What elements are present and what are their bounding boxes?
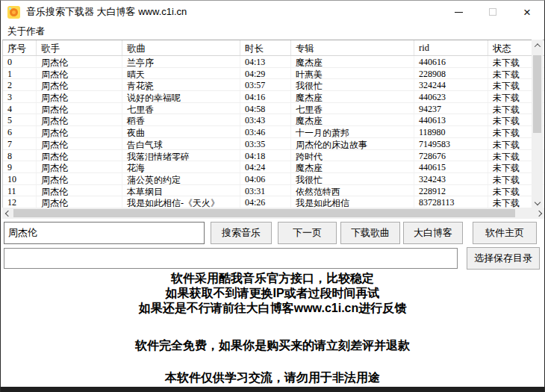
chevron-left-icon xyxy=(4,210,10,216)
table-row[interactable]: 10周杰伦蒲公英的约定04:06我很忙324243未下载 xyxy=(3,173,544,185)
table-row[interactable]: 2周杰伦青花瓷03:57我很忙324244未下载 xyxy=(3,79,544,91)
vertical-scrollbar-thumb[interactable] xyxy=(533,55,541,133)
column-header-song[interactable]: 歌曲 xyxy=(122,40,240,55)
cell-status: 未下载 xyxy=(488,103,533,114)
cell-song: 说好的幸福呢 xyxy=(122,91,240,102)
cell-duration: 04:13 xyxy=(240,56,291,67)
cell-duration: 04:24 xyxy=(240,161,291,172)
cell-album: 跨时代 xyxy=(291,150,414,161)
cell-status: 未下载 xyxy=(488,161,533,172)
cell-singer: 周杰伦 xyxy=(37,91,122,102)
cell-index: 12 xyxy=(3,196,37,208)
note-line-1: 软件采用酷我音乐官方接口，比较稳定 xyxy=(1,271,544,286)
vertical-scrollbar[interactable] xyxy=(532,40,543,208)
cell-duration: 04:26 xyxy=(240,196,291,208)
cell-rid: 7149583 xyxy=(414,138,488,149)
note-line-2: 如果获取不到请更换IP或者过段时间再试 xyxy=(1,286,544,301)
cell-status: 未下载 xyxy=(488,79,533,90)
column-header-index[interactable]: 序号 xyxy=(3,40,37,55)
cell-duration: 03:31 xyxy=(240,185,291,196)
download-song-button[interactable]: 下载歌曲 xyxy=(340,222,400,244)
table-row[interactable]: 5周杰伦稻香03:43魔杰座440613未下载 xyxy=(3,114,544,126)
title-bar[interactable]: 音乐搜索下载器 大白博客 www.c1i.cn × xyxy=(1,1,544,23)
table-row[interactable]: 6周杰伦夜曲03:46十一月的萧邦118980未下载 xyxy=(3,126,544,138)
cell-album: 魔杰座 xyxy=(291,114,414,125)
cell-singer: 周杰伦 xyxy=(37,56,122,67)
close-button[interactable]: × xyxy=(510,1,544,23)
next-page-button[interactable]: 下一页 xyxy=(278,222,337,244)
scroll-left-button[interactable] xyxy=(2,208,13,219)
search-input[interactable] xyxy=(4,222,205,244)
cell-song: 七里香 xyxy=(122,103,240,114)
cell-status: 未下载 xyxy=(488,68,533,79)
cell-album: 魔杰座 xyxy=(291,91,414,102)
choose-save-directory-button[interactable]: 选择保存目录 xyxy=(467,247,540,270)
table-row[interactable]: 9周杰伦花海04:24魔杰座440615未下载 xyxy=(3,161,544,173)
cell-status: 未下载 xyxy=(488,114,533,125)
cell-singer: 周杰伦 xyxy=(37,150,122,161)
app-window: 音乐搜索下载器 大白博客 www.c1i.cn × 关于作者 序号 歌手 歌曲 … xyxy=(0,0,545,392)
cell-duration: 04:18 xyxy=(240,150,291,161)
chevron-down-icon xyxy=(534,199,540,205)
cell-singer: 周杰伦 xyxy=(37,185,122,196)
table-row[interactable]: 7周杰伦告白气球03:35周杰伦的床边故事7149583未下载 xyxy=(3,138,544,150)
cell-rid: 228908 xyxy=(414,68,488,79)
cell-album: 我很忙 xyxy=(291,173,414,184)
scroll-down-button[interactable] xyxy=(532,196,543,208)
cell-index: 10 xyxy=(3,173,37,184)
disclaimer-notes: 软件采用酷我音乐官方接口，比较稳定 如果获取不到请更换IP或者过段时间再试 如果… xyxy=(1,271,544,385)
column-header-rid[interactable]: rid xyxy=(414,40,488,55)
cell-index: 5 xyxy=(3,114,37,125)
cell-status: 未下载 xyxy=(488,138,533,149)
column-header-singer[interactable]: 歌手 xyxy=(37,40,122,55)
cell-status: 未下载 xyxy=(488,196,533,208)
table-row[interactable]: 12周杰伦我是如此相信-《天火》04:26我是如此相信83728113未下载 xyxy=(3,196,544,208)
table-row[interactable]: 0周杰伦兰亭序04:13魔杰座440616未下载 xyxy=(3,56,544,68)
table-row[interactable]: 8周杰伦我落泪情绪零碎04:18跨时代728676未下载 xyxy=(3,150,544,162)
cell-rid: 440616 xyxy=(414,56,488,67)
minimize-button[interactable] xyxy=(441,1,476,23)
table-row[interactable]: 3周杰伦说好的幸福呢04:16魔杰座440623未下载 xyxy=(3,91,544,103)
table-row[interactable]: 1周杰伦晴天04:29叶惠美228908未下载 xyxy=(3,68,544,80)
cell-song: 青花瓷 xyxy=(122,79,240,90)
column-header-duration[interactable]: 时长 xyxy=(240,40,291,55)
cell-duration: 03:35 xyxy=(240,138,291,149)
app-icon xyxy=(7,6,20,19)
cell-index: 2 xyxy=(3,79,37,90)
table-header: 序号 歌手 歌曲 时长 专辑 rid 状态 xyxy=(3,40,544,56)
cell-album: 周杰伦的床边故事 xyxy=(291,138,414,149)
cell-singer: 周杰伦 xyxy=(37,161,122,172)
table-row[interactable]: 11周杰伦本草纲目03:31依然范特西228912未下载 xyxy=(3,185,544,197)
column-header-status[interactable]: 状态 xyxy=(488,40,533,55)
menu-about-author[interactable]: 关于作者 xyxy=(7,25,45,38)
chevron-right-icon xyxy=(535,210,541,216)
cell-song: 夜曲 xyxy=(122,126,240,137)
horizontal-scrollbar[interactable] xyxy=(2,208,544,219)
maximize-button xyxy=(476,1,510,23)
cell-status: 未下载 xyxy=(488,91,533,102)
cell-duration: 03:57 xyxy=(240,79,291,90)
cell-rid: 440613 xyxy=(414,114,488,125)
cell-song: 稻香 xyxy=(122,114,240,125)
blog-button[interactable]: 大白博客 xyxy=(403,222,463,244)
cell-status: 未下载 xyxy=(488,173,533,184)
cell-album: 我很忙 xyxy=(291,79,414,90)
scroll-up-button[interactable] xyxy=(532,40,543,51)
cell-duration: 04:06 xyxy=(240,173,291,184)
cell-rid: 324244 xyxy=(414,79,488,90)
cell-singer: 周杰伦 xyxy=(37,126,122,137)
scroll-right-button[interactable] xyxy=(533,208,544,219)
horizontal-scrollbar-thumb[interactable] xyxy=(13,209,515,217)
table-row[interactable]: 4周杰伦七里香04:58七里香94237未下载 xyxy=(3,103,544,115)
cell-duration: 03:46 xyxy=(240,126,291,137)
cell-singer: 周杰伦 xyxy=(37,173,122,184)
save-directory-input[interactable] xyxy=(4,248,458,269)
cell-song: 本草纲目 xyxy=(122,185,240,196)
cell-status: 未下载 xyxy=(488,150,533,161)
cell-album: 十一月的萧邦 xyxy=(291,126,414,137)
column-header-album[interactable]: 专辑 xyxy=(291,40,414,55)
search-music-button[interactable]: 搜索音乐 xyxy=(211,222,272,244)
cell-index: 1 xyxy=(3,68,37,79)
software-homepage-button[interactable]: 软件主页 xyxy=(473,222,537,244)
note-line-3: 如果还是不行请前往大白博客www.c1i.cn进行反馈 xyxy=(1,301,544,316)
